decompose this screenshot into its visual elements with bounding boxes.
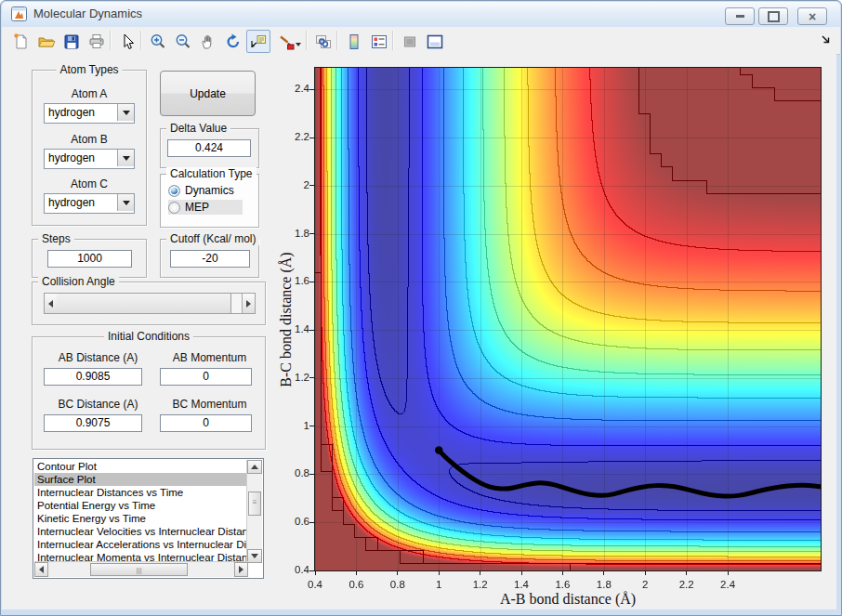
scroll-left-button[interactable]	[34, 562, 48, 577]
tick-mark	[309, 377, 315, 378]
new-figure-icon	[12, 33, 31, 51]
scroll-right-button[interactable]	[234, 562, 248, 577]
open-file-button[interactable]	[34, 30, 59, 53]
atom-b-dropdown[interactable]: hydrogen	[44, 149, 135, 169]
list-item-selected[interactable]: Surface Plot	[34, 473, 248, 486]
arrow-down-icon	[251, 554, 258, 558]
tick-label: 1.2	[464, 579, 497, 590]
atom-a-label: Atom A	[33, 87, 146, 100]
atom-c-dropdown-button[interactable]	[117, 194, 134, 211]
cutoff-legend: Cutoff (Kcal/ mol)	[166, 232, 259, 245]
legend-icon	[370, 33, 388, 51]
tick-mark	[439, 570, 440, 575]
atom-c-dropdown[interactable]: hydrogen	[44, 193, 135, 214]
title-bar[interactable]: Molecular Dynamics ×	[2, 2, 840, 28]
print-figure-button[interactable]	[85, 30, 109, 53]
cutoff-field[interactable]: -20	[170, 250, 250, 268]
tick-mark	[397, 570, 398, 575]
plot-type-listbox[interactable]: Contour Plot Surface Plot Internuclear D…	[33, 458, 264, 579]
atom-a-dropdown[interactable]: hydrogen	[44, 103, 135, 124]
window-title: Molecular Dynamics	[33, 7, 142, 20]
horizontal-scroll-thumb[interactable]: |||	[90, 563, 188, 576]
brush-dropdown-caret[interactable]	[296, 43, 301, 46]
list-item[interactable]: Internuclear Distances vs Time	[34, 486, 248, 499]
zoom-out-button[interactable]	[171, 30, 195, 53]
atom-b-dropdown-button[interactable]	[117, 150, 134, 166]
data-cursor-button[interactable]	[246, 30, 270, 53]
tick-mark	[309, 233, 315, 234]
list-item[interactable]: Internuclear Velocities vs Internuclear …	[34, 525, 248, 538]
save-figure-button[interactable]	[59, 30, 84, 53]
close-icon: ×	[809, 12, 816, 21]
list-item[interactable]: Contour Plot	[34, 460, 248, 473]
plot-area: A-B bond distance (Å) 0.40.60.811.21.41.…	[315, 68, 821, 570]
maximize-button[interactable]	[758, 7, 788, 25]
zoom-in-button[interactable]	[146, 30, 170, 53]
edit-plot-button[interactable]	[115, 30, 139, 53]
tick-label: 0.4	[298, 579, 332, 590]
bc-distance-field[interactable]: 0.9075	[44, 414, 142, 432]
ab-momentum-field[interactable]: 0	[160, 368, 252, 386]
steps-field[interactable]: 1000	[47, 250, 132, 268]
slider-right-button[interactable]	[242, 294, 255, 313]
show-plot-tools-button[interactable]	[423, 30, 447, 53]
scroll-up-button[interactable]	[247, 460, 262, 474]
bc-momentum-field[interactable]: 0	[160, 414, 252, 432]
vertical-scroll-thumb[interactable]: ≡	[248, 491, 261, 516]
hide-plot-tools-button[interactable]	[398, 30, 422, 53]
list-item[interactable]: Internuclear Accelerations vs Internucle…	[34, 538, 248, 551]
minimize-button[interactable]	[725, 7, 755, 25]
slider-left-button[interactable]	[45, 294, 58, 313]
radio-unselected-icon	[168, 202, 180, 214]
zoom-out-icon	[174, 33, 192, 51]
insert-legend-button[interactable]	[367, 30, 391, 53]
tick-mark	[309, 474, 315, 475]
insert-colorbar-button[interactable]	[342, 30, 366, 53]
y-axis-label: B-C bond distance (Å)	[278, 227, 295, 413]
arrow-up-icon	[251, 465, 258, 469]
atom-b-label: Atom B	[33, 133, 146, 146]
radio-dynamics[interactable]: Dynamics	[168, 183, 234, 198]
rotate-3d-button[interactable]	[221, 30, 245, 53]
update-button[interactable]: Update	[160, 71, 256, 116]
new-figure-button[interactable]	[9, 30, 33, 53]
x-axis-label: A-B bond distance (Å)	[315, 591, 821, 608]
slider-thumb[interactable]	[57, 294, 231, 313]
minimize-icon	[736, 15, 744, 18]
ab-distance-label: AB Distance (A)	[40, 351, 156, 364]
tick-mark	[603, 570, 604, 575]
toolbar-overflow-arrow[interactable]	[821, 34, 831, 45]
close-button[interactable]: ×	[797, 7, 827, 25]
radio-mep[interactable]: MEP	[168, 200, 243, 215]
collision-angle-slider[interactable]	[44, 293, 256, 314]
delta-value-field[interactable]: 0.424	[167, 139, 251, 157]
chevron-down-icon	[123, 201, 130, 205]
plot-type-list: Contour Plot Surface Plot Internuclear D…	[34, 460, 248, 563]
atom-c-value: hydrogen	[48, 196, 95, 209]
atom-a-dropdown-button[interactable]	[117, 104, 134, 121]
maximize-icon	[768, 11, 780, 22]
link-plot-button[interactable]	[311, 30, 335, 53]
initial-conditions-panel: Initial Conditions AB Distance (A) AB Mo…	[32, 336, 266, 450]
potential-energy-surface[interactable]	[315, 68, 821, 570]
list-item[interactable]: Kinetic Energy vs Time	[34, 512, 248, 525]
scroll-down-button[interactable]	[247, 549, 262, 563]
figure-toolbar	[2, 27, 840, 55]
ab-distance-field[interactable]: 0.9085	[44, 368, 142, 386]
atom-c-label: Atom C	[33, 177, 146, 190]
radio-mep-label: MEP	[185, 201, 209, 214]
atom-types-panel: Atom Types Atom A hydrogen Atom B hydrog…	[32, 70, 147, 226]
brush-data-button[interactable]	[273, 30, 303, 53]
toolbar-separator	[336, 31, 338, 50]
chevron-down-icon	[123, 156, 130, 161]
calculation-type-panel: Calculation Type Dynamics MEP	[160, 174, 259, 228]
vertical-scrollbar[interactable]: ≡	[246, 460, 262, 563]
tick-label: 2.2	[670, 579, 704, 590]
list-item[interactable]: Potential Energy vs Time	[34, 499, 248, 512]
pan-button[interactable]	[196, 30, 220, 53]
toolbar-separator	[306, 31, 308, 50]
horizontal-scrollbar[interactable]: |||	[34, 561, 248, 577]
ab-momentum-label: AB Momentum	[161, 351, 258, 364]
tick-mark	[728, 570, 729, 575]
atom-types-legend: Atom Types	[56, 63, 122, 76]
